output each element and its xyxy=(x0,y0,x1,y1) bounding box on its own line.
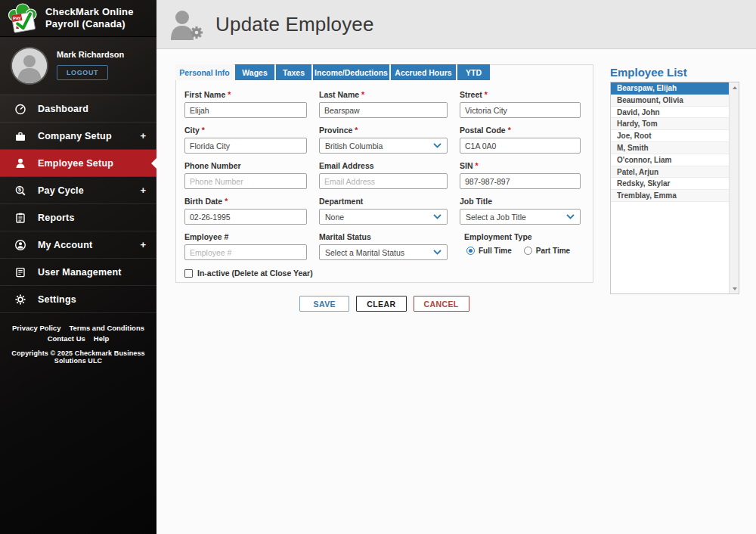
chevron-down-icon xyxy=(433,143,442,148)
field-city: City* xyxy=(184,126,307,154)
checkbox-icon[interactable] xyxy=(184,269,193,278)
chevron-down-icon xyxy=(566,214,575,219)
field-email: Email Address xyxy=(319,161,448,189)
field-employment-type: Employment Type Full Time Part Time xyxy=(460,232,581,260)
required-asterisk: * xyxy=(225,197,228,206)
pay-magnifier-icon: $ xyxy=(14,185,31,197)
user-name: Mark Richardson xyxy=(57,50,124,59)
tab-wages[interactable]: Wages xyxy=(235,64,274,80)
street-input[interactable] xyxy=(460,102,581,118)
required-asterisk: * xyxy=(228,90,231,99)
province-select[interactable]: British Columbia xyxy=(319,138,448,154)
logout-button[interactable]: LOGOUT xyxy=(57,65,108,80)
email-input[interactable] xyxy=(319,173,448,189)
sidebar-item-employee-setup[interactable]: Employee Setup xyxy=(0,150,156,177)
field-province: Province* British Columbia xyxy=(319,126,448,154)
clear-button[interactable]: CLEAR xyxy=(356,296,406,312)
sidebar-footer: Privacy Policy Terms and Conditions Cont… xyxy=(0,313,156,365)
briefcase-icon xyxy=(14,130,31,142)
sidebar-item-company-setup[interactable]: Company Setup + xyxy=(0,123,156,150)
employee-list-item[interactable]: M, Smith xyxy=(611,142,729,154)
required-asterisk: * xyxy=(355,126,358,135)
avatar xyxy=(12,48,47,83)
sidebar-item-label: My Account xyxy=(38,240,140,250)
tab-accrued-hours[interactable]: Accrued Hours xyxy=(391,64,456,80)
employee-list-scrollbar[interactable] xyxy=(729,82,739,293)
brand-name: CheckMark Online Payroll (Canada) xyxy=(45,6,134,29)
gear-icon xyxy=(14,293,31,306)
postal-code-input[interactable] xyxy=(460,138,581,154)
phone-input[interactable] xyxy=(184,173,307,189)
expand-plus-icon: + xyxy=(140,130,146,141)
city-input[interactable] xyxy=(184,138,307,154)
sidebar-item-settings[interactable]: Settings xyxy=(0,286,156,313)
employee-list-item[interactable]: Joe, Root xyxy=(611,130,729,142)
tab-taxes[interactable]: Taxes xyxy=(276,64,311,80)
inactive-checkbox-label: In-active (Delete at Close Year) xyxy=(197,269,313,278)
employee-form-card: Personal Info Wages Taxes Income/Deducti… xyxy=(175,64,593,283)
field-marital-status: Marital Status Select a Marital Status xyxy=(319,232,448,260)
department-select-value: None xyxy=(325,213,344,222)
employee-list-item[interactable]: Redsky, Skylar xyxy=(611,178,729,190)
required-asterisk: * xyxy=(202,126,205,135)
field-street: Street* xyxy=(460,90,581,118)
department-select[interactable]: None xyxy=(319,209,448,225)
tab-personal-info[interactable]: Personal Info xyxy=(175,64,234,80)
scroll-down-arrow[interactable] xyxy=(730,284,739,293)
employee-number-input[interactable] xyxy=(184,244,307,260)
expand-plus-icon: + xyxy=(140,239,146,250)
radio-selected-icon xyxy=(466,247,475,255)
field-sin: SIN* xyxy=(460,161,581,189)
birth-date-input[interactable] xyxy=(184,209,307,225)
tab-ytd[interactable]: YTD xyxy=(457,64,490,80)
sin-input[interactable] xyxy=(460,173,581,189)
scroll-up-arrow[interactable] xyxy=(730,82,739,92)
terms-link[interactable]: Terms and Conditions xyxy=(69,324,144,332)
page-title: Update Employee xyxy=(215,13,374,36)
inactive-checkbox-row[interactable]: In-active (Delete at Close Year) xyxy=(184,269,581,278)
sidebar-item-label: Company Setup xyxy=(38,131,140,141)
field-phone: Phone Number xyxy=(184,161,307,189)
employee-list-item[interactable]: O'connor, Liam xyxy=(611,154,729,166)
privacy-policy-link[interactable]: Privacy Policy xyxy=(12,324,60,332)
first-name-input[interactable] xyxy=(184,102,307,118)
field-department: Department None xyxy=(319,197,448,225)
contact-us-link[interactable]: Contact Us xyxy=(48,334,85,343)
help-link[interactable]: Help xyxy=(94,334,110,343)
sidebar-item-label: User Management xyxy=(38,267,146,278)
sidebar-item-label: Pay Cycle xyxy=(38,185,140,196)
employee-list-item[interactable]: Beaumount, Olivia xyxy=(611,95,729,107)
sidebar-item-my-account[interactable]: My Account + xyxy=(0,231,156,259)
last-name-input[interactable] xyxy=(319,102,448,118)
person-icon xyxy=(14,157,31,169)
part-time-radio[interactable]: Part Time xyxy=(524,247,570,255)
sidebar-item-pay-cycle[interactable]: $ Pay Cycle + xyxy=(0,177,156,204)
save-button[interactable]: SAVE xyxy=(299,296,349,312)
employee-list-item[interactable]: Patel, Arjun xyxy=(611,166,729,179)
required-asterisk: * xyxy=(508,126,511,135)
copyright-text: Copyrights © 2025 Checkmark Business Sol… xyxy=(3,349,153,365)
sidebar-item-label: Settings xyxy=(38,294,146,305)
employee-list-item[interactable]: David, John xyxy=(611,107,729,119)
employee-list-item[interactable]: Hardy, Tom xyxy=(611,118,729,130)
sidebar-item-reports[interactable]: Reports xyxy=(0,204,156,231)
chevron-down-icon xyxy=(433,214,442,219)
field-postal-code: Postal Code* xyxy=(460,126,581,154)
sidebar-item-user-management[interactable]: User Management xyxy=(0,259,156,286)
personal-info-form: First Name* Last Name* Street* City* Pro… xyxy=(176,80,593,278)
form-actions: SAVE CLEAR CANCEL xyxy=(175,296,593,312)
clipboard-icon xyxy=(14,212,31,224)
province-select-value: British Columbia xyxy=(325,141,383,151)
full-time-radio[interactable]: Full Time xyxy=(466,247,512,255)
sidebar-item-dashboard[interactable]: Dashboard xyxy=(0,95,156,123)
employee-list-item[interactable]: Tremblay, Emma xyxy=(611,190,729,202)
sidebar-item-label: Reports xyxy=(38,213,146,223)
job-title-select[interactable]: Select a Job Title xyxy=(460,209,581,225)
tab-income-deductions[interactable]: Income/Deductions xyxy=(313,64,389,80)
employee-list-box: Bearspaw, Elijah Beaumount, Olivia David… xyxy=(610,82,739,294)
account-circle-icon xyxy=(14,239,31,251)
dashboard-icon xyxy=(14,103,31,115)
cancel-button[interactable]: CANCEL xyxy=(414,296,469,312)
employee-list-item[interactable]: Bearspaw, Elijah xyxy=(611,82,729,95)
marital-status-select[interactable]: Select a Marital Status xyxy=(319,244,448,260)
